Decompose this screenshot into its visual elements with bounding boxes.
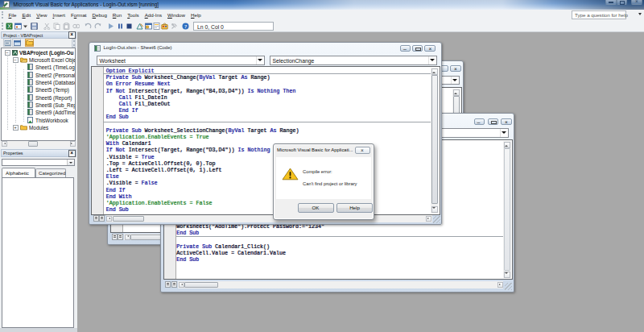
svg-text:?: ? [184,23,187,29]
svg-text:X: X [7,23,11,29]
